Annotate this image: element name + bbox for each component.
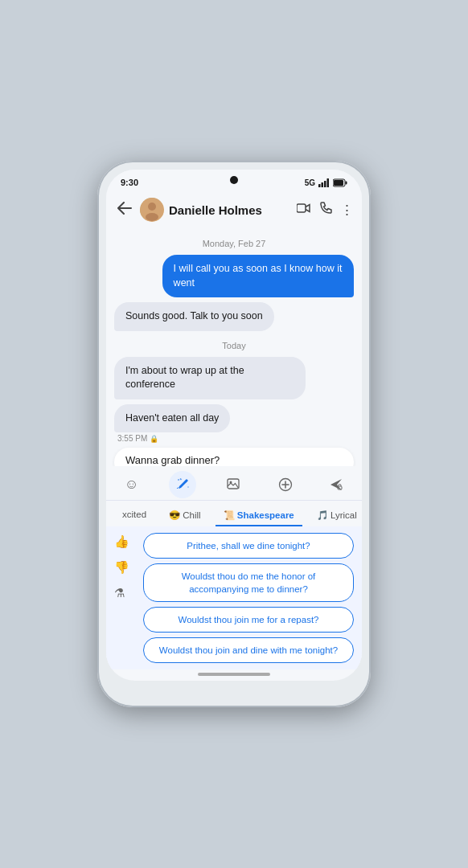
suggestion-1[interactable]: Prithee, shall we dine tonight? — [143, 533, 354, 559]
magic-pen-icon — [175, 477, 190, 492]
add-button[interactable] — [272, 471, 299, 498]
phone-outer: 9:30 5G — [97, 161, 371, 707]
svg-rect-1 — [322, 182, 324, 187]
message-time: 3:55 PM 🔒 — [114, 434, 158, 443]
svg-point-12 — [188, 486, 190, 488]
phone-call-button[interactable] — [319, 202, 332, 219]
suggestion-3[interactable]: Wouldst thou join me for a repast? — [143, 607, 354, 633]
svg-rect-2 — [324, 181, 326, 187]
tab-lyrical[interactable]: 🎵 Lyrical — [309, 506, 362, 526]
more-options-button[interactable]: ⋮ — [340, 202, 354, 219]
input-toolbar: ☺ — [106, 466, 362, 500]
back-button[interactable] — [114, 200, 135, 220]
svg-point-9 — [146, 213, 158, 221]
svg-rect-3 — [327, 178, 330, 187]
tab-excited[interactable]: xcited — [114, 506, 154, 526]
tab-chill[interactable]: 😎 Chill — [161, 506, 209, 526]
status-bar: 9:30 5G — [106, 170, 362, 192]
emoji-icon: ☺ — [125, 477, 138, 493]
network-label: 5G — [305, 178, 315, 187]
svg-point-11 — [178, 479, 179, 481]
emoji-button[interactable]: ☺ — [118, 471, 146, 498]
date-divider-monday: Monday, Feb 27 — [114, 239, 354, 248]
message-received-1: Sounds good. Talk to you soon — [114, 302, 274, 331]
suggestion-2[interactable]: Wouldst thou do me the honor of accompan… — [143, 563, 354, 602]
message-sent-1: I will call you as soon as I know how it… — [162, 255, 354, 297]
status-time: 9:30 — [121, 178, 138, 187]
svg-rect-6 — [334, 180, 343, 186]
camera-notch — [230, 176, 238, 184]
thumbs-down-button[interactable]: 👎 — [114, 560, 129, 575]
top-icons: ⋮ — [297, 202, 354, 219]
add-icon — [278, 477, 293, 492]
date-divider-today: Today — [114, 341, 354, 350]
ai-tabs: xcited 😎 Chill 📜 Shakespeare 🎵 Lyrical F… — [106, 501, 362, 526]
signal-icon — [318, 178, 330, 187]
ai-suggestions: 👍 👎 ⚗ Prithee, shall we dine tonight? Wo… — [106, 526, 362, 669]
image-icon — [227, 477, 241, 492]
svg-rect-0 — [318, 184, 321, 187]
status-icons: 5G — [305, 178, 347, 187]
suggestion-4[interactable]: Wouldst thou join and dine with me tonig… — [143, 637, 354, 663]
send-button[interactable] — [322, 471, 350, 498]
send-lock-icon — [329, 477, 343, 492]
svg-rect-13 — [228, 479, 239, 489]
svg-rect-10 — [297, 204, 306, 212]
chat-area: Monday, Feb 27 I will call you as soon a… — [106, 227, 362, 466]
avatar — [140, 198, 164, 222]
svg-rect-5 — [346, 181, 347, 184]
message-received-3: Haven't eaten all day — [114, 404, 230, 433]
phone-screen: 9:30 5G — [106, 170, 362, 681]
video-call-button[interactable] — [297, 202, 311, 218]
magic-rewrite-button[interactable] — [169, 471, 196, 498]
contact-name: Danielle Holmes — [169, 203, 292, 217]
image-button[interactable] — [220, 471, 248, 498]
top-bar: Danielle Holmes ⋮ — [106, 192, 362, 227]
flask-icon: ⚗ — [114, 586, 129, 600]
tab-shakespeare[interactable]: 📜 Shakespeare — [216, 506, 302, 526]
thumbs-up-button[interactable]: 👍 — [114, 534, 129, 549]
draft-message-box[interactable]: Wanna grab dinner? — [114, 448, 354, 466]
lock-icon: 🔒 — [150, 435, 158, 443]
message-received-2: I'm about to wrap up at the conference — [114, 357, 306, 399]
battery-icon — [333, 178, 347, 187]
ai-side-icons: 👍 👎 ⚗ — [114, 534, 129, 600]
svg-point-8 — [148, 203, 156, 211]
home-indicator — [198, 673, 270, 676]
ai-panel: xcited 😎 Chill 📜 Shakespeare 🎵 Lyrical F… — [106, 500, 362, 669]
